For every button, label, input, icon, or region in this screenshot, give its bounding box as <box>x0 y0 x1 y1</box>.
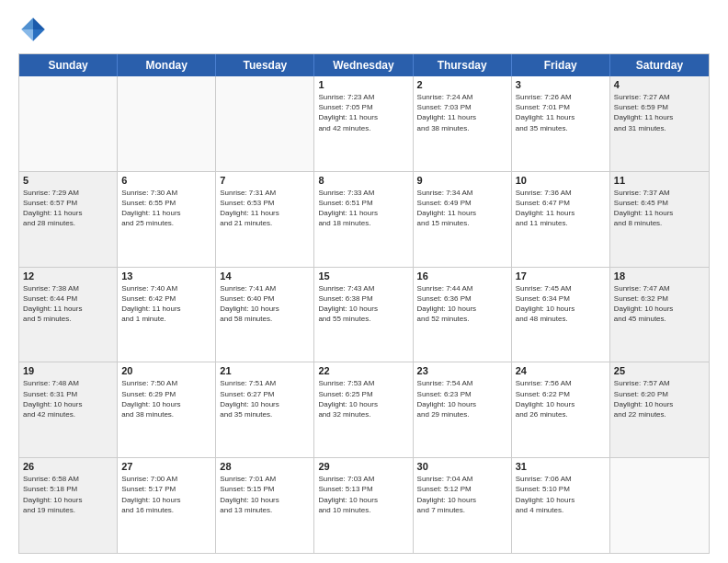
day-number: 23 <box>417 365 507 376</box>
day-number: 13 <box>121 270 211 282</box>
calendar-row-1: 1Sunrise: 7:23 AM Sunset: 7:05 PM Daylig… <box>19 76 709 172</box>
weekday-header-friday: Friday <box>512 54 610 76</box>
day-info: Sunrise: 7:31 AM Sunset: 6:53 PM Dayligh… <box>220 188 310 229</box>
day-info: Sunrise: 7:29 AM Sunset: 6:57 PM Dayligh… <box>23 188 113 229</box>
day-number: 2 <box>417 79 507 90</box>
day-info: Sunrise: 7:06 AM Sunset: 5:10 PM Dayligh… <box>516 474 606 515</box>
day-info: Sunrise: 7:34 AM Sunset: 6:49 PM Dayligh… <box>417 188 507 229</box>
calendar-header: SundayMondayTuesdayWednesdayThursdayFrid… <box>19 54 709 76</box>
day-number: 29 <box>318 461 408 472</box>
calendar-body: 1Sunrise: 7:23 AM Sunset: 7:05 PM Daylig… <box>19 76 709 553</box>
calendar-cell-day-1: 1Sunrise: 7:23 AM Sunset: 7:05 PM Daylig… <box>314 76 413 171</box>
calendar-row-3: 12Sunrise: 7:38 AM Sunset: 6:44 PM Dayli… <box>19 268 709 363</box>
calendar-row-4: 19Sunrise: 7:48 AM Sunset: 6:31 PM Dayli… <box>19 362 709 458</box>
calendar-cell-day-29: 29Sunrise: 7:03 AM Sunset: 5:13 PM Dayli… <box>314 458 413 553</box>
calendar-cell-day-22: 22Sunrise: 7:53 AM Sunset: 6:25 PM Dayli… <box>314 362 413 457</box>
calendar-cell-day-5: 5Sunrise: 7:29 AM Sunset: 6:57 PM Daylig… <box>19 172 118 267</box>
day-info: Sunrise: 7:57 AM Sunset: 6:20 PM Dayligh… <box>614 378 705 419</box>
calendar-cell-empty <box>216 76 314 171</box>
calendar-cell-day-9: 9Sunrise: 7:34 AM Sunset: 6:49 PM Daylig… <box>414 172 512 267</box>
calendar-cell-day-21: 21Sunrise: 7:51 AM Sunset: 6:27 PM Dayli… <box>216 362 314 457</box>
calendar-cell-day-25: 25Sunrise: 7:57 AM Sunset: 6:20 PM Dayli… <box>610 362 709 457</box>
day-info: Sunrise: 7:37 AM Sunset: 6:45 PM Dayligh… <box>614 188 705 229</box>
day-info: Sunrise: 7:24 AM Sunset: 7:03 PM Dayligh… <box>417 92 507 133</box>
calendar-cell-empty <box>610 458 709 553</box>
calendar-cell-day-10: 10Sunrise: 7:36 AM Sunset: 6:47 PM Dayli… <box>512 172 610 267</box>
calendar-cell-day-14: 14Sunrise: 7:41 AM Sunset: 6:40 PM Dayli… <box>216 268 314 362</box>
calendar: SundayMondayTuesdayWednesdayThursdayFrid… <box>18 53 710 554</box>
calendar-cell-empty <box>118 76 216 171</box>
day-number: 19 <box>23 365 113 376</box>
calendar-cell-day-30: 30Sunrise: 7:04 AM Sunset: 5:12 PM Dayli… <box>414 458 512 553</box>
day-number: 22 <box>318 365 408 376</box>
day-number: 8 <box>318 175 408 186</box>
calendar-cell-day-16: 16Sunrise: 7:44 AM Sunset: 6:36 PM Dayli… <box>414 268 512 362</box>
svg-marker-1 <box>21 17 33 29</box>
calendar-cell-day-3: 3Sunrise: 7:26 AM Sunset: 7:01 PM Daylig… <box>512 76 610 171</box>
day-info: Sunrise: 7:04 AM Sunset: 5:12 PM Dayligh… <box>417 474 507 515</box>
weekday-header-sunday: Sunday <box>19 54 118 76</box>
day-number: 9 <box>417 175 507 186</box>
day-info: Sunrise: 7:33 AM Sunset: 6:51 PM Dayligh… <box>318 188 408 229</box>
day-number: 16 <box>417 270 507 282</box>
day-info: Sunrise: 7:38 AM Sunset: 6:44 PM Dayligh… <box>23 283 113 325</box>
calendar-cell-day-2: 2Sunrise: 7:24 AM Sunset: 7:03 PM Daylig… <box>414 76 512 171</box>
calendar-cell-day-17: 17Sunrise: 7:45 AM Sunset: 6:34 PM Dayli… <box>512 268 610 362</box>
day-info: Sunrise: 7:23 AM Sunset: 7:05 PM Dayligh… <box>318 92 408 133</box>
day-number: 4 <box>614 79 705 90</box>
logo-icon <box>18 15 48 44</box>
day-info: Sunrise: 7:47 AM Sunset: 6:32 PM Dayligh… <box>614 283 705 325</box>
calendar-cell-day-8: 8Sunrise: 7:33 AM Sunset: 6:51 PM Daylig… <box>314 172 413 267</box>
calendar-cell-day-12: 12Sunrise: 7:38 AM Sunset: 6:44 PM Dayli… <box>19 268 118 362</box>
day-info: Sunrise: 7:54 AM Sunset: 6:23 PM Dayligh… <box>417 378 507 419</box>
day-number: 15 <box>318 270 408 282</box>
day-info: Sunrise: 7:40 AM Sunset: 6:42 PM Dayligh… <box>121 283 211 325</box>
calendar-cell-day-19: 19Sunrise: 7:48 AM Sunset: 6:31 PM Dayli… <box>19 362 118 457</box>
logo <box>18 15 51 44</box>
day-number: 24 <box>516 365 606 376</box>
svg-marker-2 <box>21 29 33 41</box>
day-info: Sunrise: 7:45 AM Sunset: 6:34 PM Dayligh… <box>516 283 606 325</box>
day-number: 11 <box>614 175 705 186</box>
day-info: Sunrise: 7:41 AM Sunset: 6:40 PM Dayligh… <box>220 283 310 325</box>
day-info: Sunrise: 7:26 AM Sunset: 7:01 PM Dayligh… <box>516 92 606 133</box>
day-info: Sunrise: 7:36 AM Sunset: 6:47 PM Dayligh… <box>516 188 606 229</box>
calendar-cell-day-18: 18Sunrise: 7:47 AM Sunset: 6:32 PM Dayli… <box>610 268 709 362</box>
day-info: Sunrise: 7:30 AM Sunset: 6:55 PM Dayligh… <box>121 188 211 229</box>
weekday-header-saturday: Saturday <box>610 54 709 76</box>
calendar-cell-empty <box>19 76 118 171</box>
day-number: 17 <box>516 270 606 282</box>
day-info: Sunrise: 7:50 AM Sunset: 6:29 PM Dayligh… <box>121 378 211 419</box>
weekday-header-thursday: Thursday <box>414 54 512 76</box>
calendar-row-5: 26Sunrise: 6:58 AM Sunset: 5:18 PM Dayli… <box>19 458 709 553</box>
header <box>18 15 710 44</box>
day-number: 14 <box>220 270 310 282</box>
calendar-cell-day-31: 31Sunrise: 7:06 AM Sunset: 5:10 PM Dayli… <box>512 458 610 553</box>
day-info: Sunrise: 7:53 AM Sunset: 6:25 PM Dayligh… <box>318 378 408 419</box>
calendar-cell-day-7: 7Sunrise: 7:31 AM Sunset: 6:53 PM Daylig… <box>216 172 314 267</box>
day-number: 28 <box>220 461 310 472</box>
weekday-header-tuesday: Tuesday <box>216 54 314 76</box>
weekday-header-monday: Monday <box>118 54 216 76</box>
day-number: 6 <box>121 175 211 186</box>
day-info: Sunrise: 7:51 AM Sunset: 6:27 PM Dayligh… <box>220 378 310 419</box>
calendar-cell-day-6: 6Sunrise: 7:30 AM Sunset: 6:55 PM Daylig… <box>118 172 216 267</box>
calendar-cell-day-23: 23Sunrise: 7:54 AM Sunset: 6:23 PM Dayli… <box>414 362 512 457</box>
day-number: 26 <box>23 461 113 472</box>
day-number: 3 <box>516 79 606 90</box>
svg-marker-0 <box>33 17 45 29</box>
calendar-cell-day-4: 4Sunrise: 7:27 AM Sunset: 6:59 PM Daylig… <box>610 76 709 171</box>
day-number: 7 <box>220 175 310 186</box>
calendar-cell-day-26: 26Sunrise: 6:58 AM Sunset: 5:18 PM Dayli… <box>19 458 118 553</box>
weekday-header-wednesday: Wednesday <box>314 54 413 76</box>
calendar-cell-day-20: 20Sunrise: 7:50 AM Sunset: 6:29 PM Dayli… <box>118 362 216 457</box>
calendar-row-2: 5Sunrise: 7:29 AM Sunset: 6:57 PM Daylig… <box>19 172 709 268</box>
calendar-cell-day-13: 13Sunrise: 7:40 AM Sunset: 6:42 PM Dayli… <box>118 268 216 362</box>
day-info: Sunrise: 7:03 AM Sunset: 5:13 PM Dayligh… <box>318 474 408 515</box>
page: SundayMondayTuesdayWednesdayThursdayFrid… <box>0 0 728 563</box>
calendar-cell-day-15: 15Sunrise: 7:43 AM Sunset: 6:38 PM Dayli… <box>314 268 413 362</box>
day-info: Sunrise: 7:48 AM Sunset: 6:31 PM Dayligh… <box>23 378 113 419</box>
day-number: 21 <box>220 365 310 376</box>
day-number: 27 <box>121 461 211 472</box>
day-number: 18 <box>614 270 705 282</box>
